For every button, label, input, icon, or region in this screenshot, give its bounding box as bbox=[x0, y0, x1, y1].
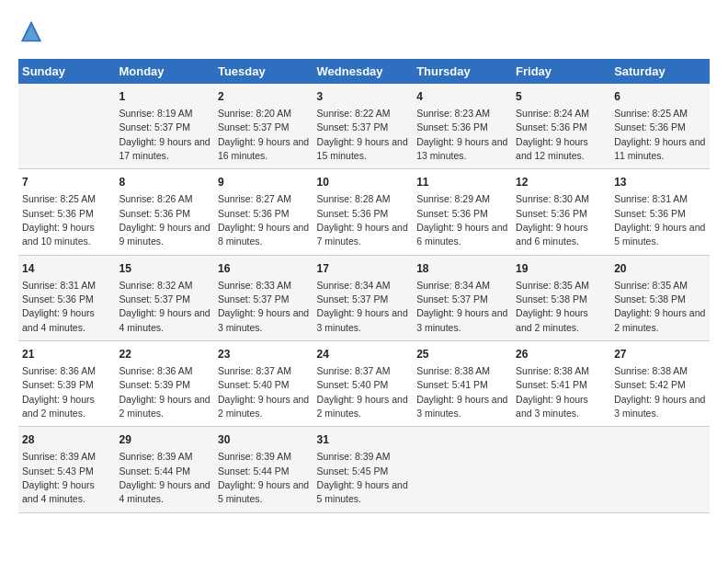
calendar-cell: 24 Sunrise: 8:37 AM Sunset: 5:40 PM Dayl… bbox=[313, 341, 414, 427]
day-number: 18 bbox=[416, 261, 508, 277]
sunset-time: Sunset: 5:37 PM bbox=[317, 293, 389, 304]
sunset-time: Sunset: 5:36 PM bbox=[22, 208, 94, 219]
calendar-cell: 18 Sunrise: 8:34 AM Sunset: 5:37 PM Dayl… bbox=[413, 255, 512, 340]
day-number: 1 bbox=[119, 89, 210, 105]
calendar-week-4: 21 Sunrise: 8:36 AM Sunset: 5:39 PM Dayl… bbox=[18, 341, 710, 427]
daylight-hours: Daylight: 9 hours and 16 minutes. bbox=[218, 136, 309, 161]
sunrise-time: Sunrise: 8:35 AM bbox=[516, 280, 589, 291]
calendar-cell bbox=[610, 427, 710, 512]
daylight-hours: Daylight: 9 hours and 17 minutes. bbox=[119, 136, 210, 161]
sunrise-time: Sunrise: 8:28 AM bbox=[317, 193, 391, 204]
daylight-hours: Daylight: 9 hours and 6 minutes. bbox=[516, 222, 588, 247]
day-number: 27 bbox=[614, 347, 706, 362]
daylight-hours: Daylight: 9 hours and 3 minutes. bbox=[416, 307, 507, 332]
daylight-hours: Daylight: 9 hours and 3 minutes. bbox=[317, 307, 408, 332]
sunset-time: Sunset: 5:37 PM bbox=[317, 121, 389, 132]
calendar-cell: 6 Sunrise: 8:25 AM Sunset: 5:36 PM Dayli… bbox=[610, 84, 710, 169]
sunrise-time: Sunrise: 8:34 AM bbox=[416, 280, 490, 291]
calendar-week-5: 28 Sunrise: 8:39 AM Sunset: 5:43 PM Dayl… bbox=[18, 427, 710, 512]
calendar-cell: 16 Sunrise: 8:33 AM Sunset: 5:37 PM Dayl… bbox=[214, 255, 313, 340]
day-number: 7 bbox=[22, 175, 111, 190]
sunset-time: Sunset: 5:38 PM bbox=[614, 293, 686, 304]
sunrise-time: Sunrise: 8:39 AM bbox=[218, 451, 291, 462]
day-number: 10 bbox=[317, 175, 410, 190]
calendar-cell: 12 Sunrise: 8:30 AM Sunset: 5:36 PM Dayl… bbox=[512, 169, 610, 255]
day-number: 3 bbox=[317, 89, 410, 105]
sunset-time: Sunset: 5:39 PM bbox=[22, 379, 94, 390]
daylight-hours: Daylight: 9 hours and 15 minutes. bbox=[317, 136, 408, 161]
calendar-week-3: 14 Sunrise: 8:31 AM Sunset: 5:36 PM Dayl… bbox=[18, 255, 710, 340]
sunrise-time: Sunrise: 8:38 AM bbox=[614, 365, 688, 376]
daylight-hours: Daylight: 9 hours and 3 minutes. bbox=[516, 394, 588, 419]
calendar-cell: 11 Sunrise: 8:29 AM Sunset: 5:36 PM Dayl… bbox=[413, 169, 512, 255]
calendar-cell bbox=[18, 84, 115, 169]
daylight-hours: Daylight: 9 hours and 12 minutes. bbox=[516, 136, 588, 161]
header-friday: Friday bbox=[512, 59, 610, 84]
sunrise-time: Sunrise: 8:30 AM bbox=[516, 193, 589, 204]
sunrise-time: Sunrise: 8:39 AM bbox=[22, 451, 96, 462]
daylight-hours: Daylight: 9 hours and 4 minutes. bbox=[119, 307, 210, 332]
day-number: 25 bbox=[416, 347, 508, 362]
sunrise-time: Sunrise: 8:33 AM bbox=[218, 280, 291, 291]
daylight-hours: Daylight: 9 hours and 2 minutes. bbox=[317, 394, 408, 419]
calendar-week-2: 7 Sunrise: 8:25 AM Sunset: 5:36 PM Dayli… bbox=[18, 169, 710, 255]
sunrise-time: Sunrise: 8:35 AM bbox=[614, 280, 688, 291]
daylight-hours: Daylight: 9 hours and 3 minutes. bbox=[416, 394, 507, 419]
sunset-time: Sunset: 5:36 PM bbox=[416, 121, 488, 132]
day-number: 17 bbox=[317, 261, 410, 277]
sunset-time: Sunset: 5:36 PM bbox=[317, 208, 389, 219]
calendar-cell: 23 Sunrise: 8:37 AM Sunset: 5:40 PM Dayl… bbox=[214, 341, 313, 427]
sunrise-time: Sunrise: 8:38 AM bbox=[416, 365, 490, 376]
daylight-hours: Daylight: 9 hours and 2 minutes. bbox=[218, 394, 309, 419]
day-number: 30 bbox=[218, 432, 310, 448]
calendar-cell: 30 Sunrise: 8:39 AM Sunset: 5:44 PM Dayl… bbox=[214, 427, 313, 512]
sunset-time: Sunset: 5:36 PM bbox=[218, 208, 290, 219]
header-tuesday: Tuesday bbox=[214, 59, 313, 84]
sunset-time: Sunset: 5:40 PM bbox=[218, 379, 290, 390]
header-thursday: Thursday bbox=[413, 59, 512, 84]
calendar-cell: 27 Sunrise: 8:38 AM Sunset: 5:42 PM Dayl… bbox=[610, 341, 710, 427]
day-number: 2 bbox=[218, 89, 310, 105]
daylight-hours: Daylight: 9 hours and 3 minutes. bbox=[614, 394, 705, 419]
sunset-time: Sunset: 5:41 PM bbox=[416, 379, 488, 390]
sunset-time: Sunset: 5:37 PM bbox=[416, 293, 488, 304]
daylight-hours: Daylight: 9 hours and 5 minutes. bbox=[317, 479, 408, 504]
daylight-hours: Daylight: 9 hours and 4 minutes. bbox=[22, 307, 95, 332]
day-number: 15 bbox=[119, 261, 210, 277]
day-number: 31 bbox=[317, 432, 410, 448]
calendar-cell: 9 Sunrise: 8:27 AM Sunset: 5:36 PM Dayli… bbox=[214, 169, 313, 255]
calendar-cell: 29 Sunrise: 8:39 AM Sunset: 5:44 PM Dayl… bbox=[115, 427, 213, 512]
page-header bbox=[18, 18, 710, 44]
sunset-time: Sunset: 5:36 PM bbox=[119, 208, 190, 219]
day-number: 20 bbox=[614, 261, 706, 277]
calendar-cell: 15 Sunrise: 8:32 AM Sunset: 5:37 PM Dayl… bbox=[115, 255, 213, 340]
daylight-hours: Daylight: 9 hours and 2 minutes. bbox=[119, 394, 210, 419]
sunrise-time: Sunrise: 8:29 AM bbox=[416, 193, 490, 204]
daylight-hours: Daylight: 9 hours and 3 minutes. bbox=[218, 307, 309, 332]
sunset-time: Sunset: 5:36 PM bbox=[614, 121, 686, 132]
sunset-time: Sunset: 5:41 PM bbox=[516, 379, 587, 390]
day-number: 24 bbox=[317, 347, 410, 362]
daylight-hours: Daylight: 9 hours and 5 minutes. bbox=[614, 222, 705, 247]
sunset-time: Sunset: 5:42 PM bbox=[614, 379, 686, 390]
sunrise-time: Sunrise: 8:26 AM bbox=[119, 193, 192, 204]
day-number: 6 bbox=[614, 89, 706, 105]
daylight-hours: Daylight: 9 hours and 13 minutes. bbox=[416, 136, 507, 161]
daylight-hours: Daylight: 9 hours and 8 minutes. bbox=[218, 222, 309, 247]
day-number: 4 bbox=[416, 89, 508, 105]
sunrise-time: Sunrise: 8:34 AM bbox=[317, 280, 391, 291]
sunset-time: Sunset: 5:37 PM bbox=[119, 293, 190, 304]
sunrise-time: Sunrise: 8:39 AM bbox=[317, 451, 391, 462]
calendar-week-1: 1 Sunrise: 8:19 AM Sunset: 5:37 PM Dayli… bbox=[18, 84, 710, 169]
calendar-cell: 7 Sunrise: 8:25 AM Sunset: 5:36 PM Dayli… bbox=[18, 169, 115, 255]
calendar-cell: 31 Sunrise: 8:39 AM Sunset: 5:45 PM Dayl… bbox=[313, 427, 414, 512]
sunset-time: Sunset: 5:37 PM bbox=[218, 121, 290, 132]
day-number: 26 bbox=[516, 347, 607, 362]
day-number: 5 bbox=[516, 89, 607, 105]
daylight-hours: Daylight: 9 hours and 2 minutes. bbox=[614, 307, 705, 332]
calendar-cell bbox=[413, 427, 512, 512]
daylight-hours: Daylight: 9 hours and 4 minutes. bbox=[22, 479, 95, 504]
calendar-cell: 1 Sunrise: 8:19 AM Sunset: 5:37 PM Dayli… bbox=[115, 84, 213, 169]
daylight-hours: Daylight: 9 hours and 7 minutes. bbox=[317, 222, 408, 247]
daylight-hours: Daylight: 9 hours and 10 minutes. bbox=[22, 222, 95, 247]
